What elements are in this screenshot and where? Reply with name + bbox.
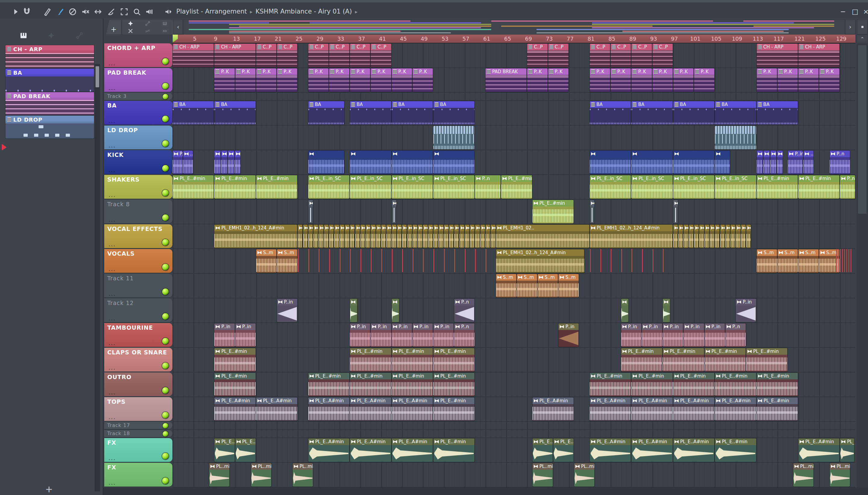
clip-audio[interactable]: PL_E..in_SC: [715, 175, 756, 199]
clip-audio[interactable]: [699, 225, 704, 248]
track-header-track-17[interactable]: Track 17: [104, 422, 173, 429]
pattern-scrollbar[interactable]: [95, 64, 100, 491]
clip-audio[interactable]: [235, 151, 241, 174]
track-mute-led[interactable]: [162, 140, 169, 147]
audio-sliver-clip[interactable]: [381, 249, 382, 272]
clip-audio[interactable]: [444, 225, 448, 248]
track-header-pad-break[interactable]: PAD BREAK...: [104, 68, 173, 92]
clip-audio[interactable]: PL_E..#min: [798, 175, 839, 199]
track-mute-led[interactable]: [162, 116, 169, 122]
track-options-dots[interactable]: ...: [109, 341, 116, 346]
clip-pattern[interactable]: P..K: [392, 68, 412, 92]
clip-pattern[interactable]: P..K: [413, 68, 433, 92]
clip-audio[interactable]: PL..min: [209, 463, 229, 487]
clip-audio[interactable]: PL..min: [574, 463, 594, 487]
clip-pattern[interactable]: BA: [715, 101, 756, 125]
clip-audio[interactable]: [757, 151, 763, 174]
clip-audio[interactable]: [397, 225, 402, 248]
clip-pattern[interactable]: P..K: [777, 68, 798, 92]
clip-audio[interactable]: PL_E..#min: [433, 438, 474, 462]
audio-sliver-clip[interactable]: [632, 249, 632, 272]
track-header-track-8[interactable]: Track 8...: [104, 200, 173, 223]
audio-sliver-clip[interactable]: [402, 249, 403, 272]
clip-pattern[interactable]: BA: [308, 101, 344, 125]
clip-audio[interactable]: PL..min: [251, 463, 271, 487]
pattern-item[interactable]: CH - ARP: [5, 45, 94, 68]
clip-audio[interactable]: PL_E..A#min: [214, 397, 255, 421]
clip-audio[interactable]: [491, 225, 495, 248]
clip-audio[interactable]: PL_E..#min: [746, 348, 787, 372]
clip-audio[interactable]: [298, 225, 302, 248]
clip-audio[interactable]: PL_E..A#min: [590, 397, 631, 421]
clip-audio[interactable]: [365, 225, 370, 248]
clip-audio[interactable]: [673, 200, 678, 223]
clip-pattern[interactable]: BA: [590, 101, 631, 125]
clip-audio[interactable]: PL_E..#min: [533, 200, 574, 223]
audio-sliver-clip[interactable]: [846, 249, 847, 272]
clip-audio[interactable]: PL_E..A#min: [214, 438, 234, 462]
clip-audio[interactable]: [308, 151, 344, 174]
clip-pattern[interactable]: C..P: [632, 44, 652, 67]
track-header-fx[interactable]: FX...: [104, 438, 173, 462]
clip-audio[interactable]: P..in: [788, 151, 803, 174]
clip-audio[interactable]: P..in: [214, 323, 234, 347]
clip-audio[interactable]: PL_E..in_SC: [392, 175, 433, 199]
clip-pattern[interactable]: C..P: [527, 44, 547, 67]
clip-audio[interactable]: [710, 225, 714, 248]
clip-audio[interactable]: [460, 225, 464, 248]
clip-audio[interactable]: [486, 225, 490, 248]
clip-pattern[interactable]: P..K: [350, 68, 370, 92]
clip-audio[interactable]: [392, 200, 396, 223]
preview-speaker-icon[interactable]: [163, 6, 174, 17]
clip-audio[interactable]: [392, 225, 396, 248]
clip-audio[interactable]: [228, 151, 234, 174]
clip-audio[interactable]: P..in: [642, 323, 662, 347]
clip-audio[interactable]: PL_E..A#min: [673, 397, 714, 421]
new-arrangement-tab[interactable]: +: [106, 20, 121, 34]
audio-sliver-clip[interactable]: [360, 249, 361, 272]
audio-sliver-clip[interactable]: [392, 249, 393, 272]
pattern-item-header[interactable]: LD DROP: [5, 116, 94, 123]
clip-pattern[interactable]: P..K: [673, 68, 693, 92]
clip-audio[interactable]: [694, 225, 699, 248]
clip-pattern[interactable]: CH - ARP: [798, 44, 839, 67]
audio-sliver-clip[interactable]: [340, 249, 341, 272]
select-icon[interactable]: [119, 6, 129, 17]
clip-audio[interactable]: [470, 225, 474, 248]
clip-pattern[interactable]: C..P: [256, 44, 276, 67]
pattern-item[interactable]: BA: [5, 69, 94, 91]
track-options-dots[interactable]: ...: [109, 86, 116, 91]
clip-audio[interactable]: S..m: [558, 274, 579, 297]
clip-audio[interactable]: PL_E..#min: [757, 397, 798, 421]
clip-audio[interactable]: [402, 225, 407, 248]
audio-sliver-clip[interactable]: [848, 249, 849, 272]
clip-audio[interactable]: [355, 225, 360, 248]
track-options-dots[interactable]: ...: [109, 456, 116, 461]
audio-sliver-clip[interactable]: [465, 249, 466, 272]
scroll-left-button[interactable]: ‹: [173, 19, 183, 34]
clip-audio[interactable]: PL_E..#min: [256, 175, 297, 199]
clip-audio[interactable]: [720, 225, 725, 248]
clip-audio[interactable]: [318, 225, 323, 248]
clip-audio[interactable]: [725, 225, 730, 248]
clip-pattern[interactable]: P..K: [694, 68, 714, 92]
clip-audio[interactable]: [334, 225, 339, 248]
clip-pattern[interactable]: P..K: [527, 68, 547, 92]
audio-sliver-clip[interactable]: [663, 249, 664, 272]
clip-audio[interactable]: PL_E..#min: [501, 175, 532, 199]
clip-audio[interactable]: PL_E..A#min: [553, 438, 574, 462]
clip-pattern[interactable]: P..K: [329, 68, 349, 92]
clip-audio[interactable]: [308, 200, 313, 223]
clip-audio[interactable]: [684, 225, 688, 248]
track-header-kick[interactable]: KICK...: [104, 150, 173, 174]
track-mute-led[interactable]: [162, 362, 169, 369]
clip-audio[interactable]: [329, 225, 334, 248]
clip-audio[interactable]: S..m: [777, 249, 798, 273]
audio-sliver-clip[interactable]: [840, 249, 841, 272]
clip-audio[interactable]: [715, 151, 730, 174]
clip-audio[interactable]: PL_E..in_SC: [673, 175, 714, 199]
clip-pattern[interactable]: CH - ARP: [757, 44, 798, 67]
clip-audio[interactable]: P..n: [840, 175, 855, 199]
clip-audio[interactable]: P..in: [663, 323, 683, 347]
clip-audio[interactable]: [303, 225, 308, 248]
